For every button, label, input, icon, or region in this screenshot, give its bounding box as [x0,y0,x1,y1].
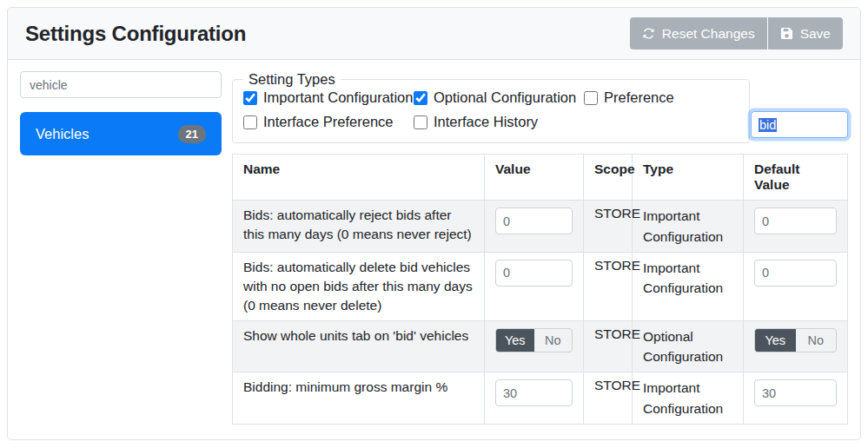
setting-type: Important Configuration [633,201,744,253]
setting-default-cell: YesNo [744,320,848,372]
setting-types-options: Important ConfigurationOptional Configur… [243,89,739,130]
save-button[interactable]: Save [768,17,843,49]
setting-scope: STORE [584,252,633,320]
reset-changes-label: Reset Changes [662,25,755,42]
toggle-option-no[interactable]: No [534,329,573,352]
setting-name: Bids: automatically reject bids after th… [233,201,485,253]
sidebar: Vehicles 21 [20,71,222,155]
setting-default-cell [744,201,848,253]
setting-default-cell [744,252,848,320]
setting-type-option[interactable]: Interface History [414,114,584,130]
setting-types-legend: Setting Types [243,71,341,88]
toggle-option-yes[interactable]: Yes [496,329,534,352]
category-search-input[interactable] [20,71,222,98]
table-row: Show whole units tab on 'bid' vehiclesYe… [233,320,848,372]
page-title: Settings Configuration [25,22,246,46]
column-header: Default Value [744,155,848,201]
value-input[interactable] [495,260,573,287]
setting-type-option[interactable]: Preference [584,89,739,106]
setting-name: Bids: automatically delete bid vehicles … [233,252,485,320]
setting-types-fieldset: Setting Types Important ConfigurationOpt… [232,71,750,143]
setting-type-checkbox[interactable] [584,91,598,105]
setting-scope: STORE [584,320,633,372]
setting-type-checkbox[interactable] [243,115,257,129]
setting-type-checkbox[interactable] [243,91,257,105]
setting-value-cell [485,372,584,425]
card-body: Vehicles 21 Setting Types Important Conf… [8,60,860,436]
save-label: Save [800,25,831,42]
value-toggle: YesNo [495,328,573,352]
floppy-disk-icon [780,27,793,40]
setting-default-cell [744,372,848,425]
sync-arrows-icon [642,27,655,40]
default-value-toggle: YesNo [754,328,837,352]
table-row: Bids: automatically delete bid vehicles … [233,252,848,320]
sidebar-item-vehicles[interactable]: Vehicles 21 [20,112,222,155]
setting-type-option[interactable]: Important Configuration [243,89,414,106]
setting-name: Show whole units tab on 'bid' vehicles [233,320,485,372]
setting-type-option[interactable]: Optional Configuration [414,89,584,106]
toggle-option-yes[interactable]: Yes [755,329,796,352]
filter-selected-text: bid [759,118,777,132]
filter-row: Setting Types Important ConfigurationOpt… [232,71,848,143]
table-filter-input[interactable]: bid [751,111,848,138]
default-value-input[interactable] [754,208,837,234]
setting-type: Important Configuration [633,252,744,320]
setting-value-cell [485,252,584,320]
column-header: Name [233,155,485,201]
table-row: Bids: automatically reject bids after th… [233,201,848,253]
sidebar-item-label: Vehicles [36,126,89,142]
value-input[interactable] [495,208,573,234]
default-value-input[interactable] [754,260,837,287]
toggle-option-no[interactable]: No [796,329,837,352]
setting-type: Optional Configuration [633,320,744,372]
setting-type-option[interactable]: Interface Preference [243,114,414,130]
checkbox-label: Interface History [434,114,538,130]
setting-value-cell: YesNo [485,320,584,372]
column-header: Scope [584,155,633,201]
column-header: Value [485,155,584,201]
checkbox-label: Preference [604,89,674,106]
default-value-input[interactable] [754,379,837,406]
table-row: Bidding: minimum gross margin %STOREImpo… [233,372,848,425]
reset-changes-button[interactable]: Reset Changes [630,17,767,49]
value-input[interactable] [495,379,573,406]
count-badge: 21 [178,125,206,143]
checkbox-label: Optional Configuration [434,89,576,106]
setting-name: Bidding: minimum gross margin % [233,372,485,425]
setting-type-checkbox[interactable] [414,91,427,105]
card-header: Settings Configuration Reset Changes Sa [8,8,860,60]
setting-scope: STORE [584,201,633,253]
settings-table: NameValueScopeTypeDefault Value Bids: au… [232,154,848,425]
checkbox-label: Interface Preference [263,114,394,130]
header-actions: Reset Changes Save [630,17,843,49]
setting-type: Important Configuration [633,372,744,425]
column-header: Type [633,155,744,201]
main-panel: Setting Types Important ConfigurationOpt… [232,71,848,425]
settings-card: Settings Configuration Reset Changes Sa [7,7,861,440]
checkbox-label: Important Configuration [263,89,413,106]
setting-scope: STORE [584,372,633,425]
table-header-row: NameValueScopeTypeDefault Value [233,155,848,201]
setting-value-cell [485,201,584,253]
setting-type-checkbox[interactable] [414,115,427,129]
